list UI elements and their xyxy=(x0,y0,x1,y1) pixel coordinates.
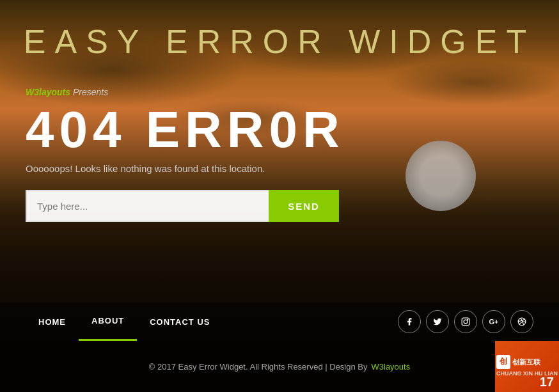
brand-name: W3layouts xyxy=(26,87,70,97)
search-bar: SEND xyxy=(26,190,339,222)
instagram-icon[interactable] xyxy=(454,310,477,333)
error-code: 404 ERR0R xyxy=(26,104,533,155)
nav-about[interactable]: ABOUT xyxy=(79,302,137,341)
watermark: 创 创新互联 CHUANG XIN HU LIAN 17 xyxy=(495,341,559,392)
svg-point-2 xyxy=(468,319,468,320)
svg-rect-0 xyxy=(462,318,469,325)
presents-label: Presents xyxy=(70,87,108,97)
watermark-number: 17 xyxy=(540,375,554,389)
send-button[interactable]: SEND xyxy=(269,190,339,222)
site-title: EASY ERROR WIDGET xyxy=(0,22,559,61)
footer-text: © 2017 Easy Error Widget. All Rights Res… xyxy=(149,362,368,372)
social-icons: G+ xyxy=(398,310,533,333)
svg-point-1 xyxy=(464,320,468,324)
header: EASY ERROR WIDGET xyxy=(0,0,559,67)
nav-links: HOME ABOUT CONTACT US xyxy=(26,302,398,341)
presents-line: W3layouts Presents xyxy=(26,86,533,98)
error-description: Oooooops! Looks like nothing was found a… xyxy=(26,163,533,174)
googleplus-icon[interactable]: G+ xyxy=(482,310,505,333)
bottom-bar: HOME ABOUT CONTACT US G+ xyxy=(0,302,559,341)
main-content: W3layouts Presents 404 ERR0R Oooooops! L… xyxy=(0,67,559,235)
footer: © 2017 Easy Error Widget. All Rights Res… xyxy=(0,341,559,392)
twitter-icon[interactable] xyxy=(426,310,449,333)
nav-home[interactable]: HOME xyxy=(26,302,79,341)
footer-brand[interactable]: W3layouts xyxy=(372,362,411,372)
facebook-icon[interactable] xyxy=(398,310,421,333)
dribbble-icon[interactable] xyxy=(510,310,533,333)
search-input[interactable] xyxy=(26,190,269,222)
nav-contact[interactable]: CONTACT US xyxy=(137,302,223,341)
